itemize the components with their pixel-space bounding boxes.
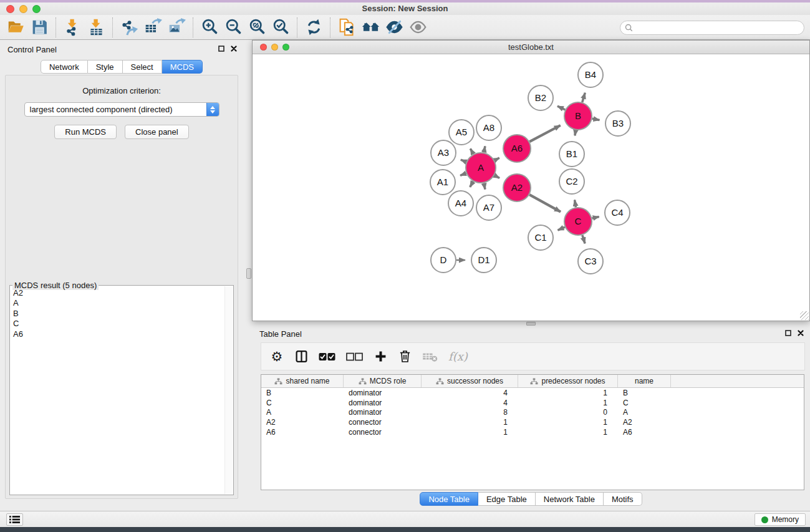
task-history-button[interactable] [6,513,23,526]
table-row-a[interactable]: Adominator80A [261,408,804,418]
table-row-a2[interactable]: A2connector11A2 [261,417,804,427]
hide-graphics-details-icon[interactable] [382,17,406,38]
graph-edge-A2-C[interactable] [529,195,561,212]
criterion-select[interactable]: largest connected component (directed) [24,102,219,117]
graph-node-A[interactable]: A [466,153,496,183]
clone-network-icon[interactable] [335,17,359,38]
search-field[interactable] [620,21,804,35]
column-header-successor-nodes[interactable]: successor nodes [422,375,518,387]
graph-node-D1[interactable]: D1 [471,248,496,273]
tab-edge-table[interactable]: Edge Table [478,492,536,506]
tab-network-table[interactable]: Network Table [536,492,604,506]
zoom-out-icon[interactable] [221,17,245,38]
result-item-a2[interactable]: A2 [13,288,224,298]
graph-edge-C-C1[interactable] [558,227,565,230]
table-row-b[interactable]: Bdominator41B [261,388,804,398]
export-network-icon[interactable] [117,17,141,38]
tab-select[interactable]: Select [123,60,162,74]
graph-edge-A-A5[interactable] [470,148,473,154]
graph-node-A5[interactable]: A5 [449,120,474,145]
graph-node-D[interactable]: D [431,248,456,273]
graph-node-A8[interactable]: A8 [476,115,501,140]
graph-edge-B-B1[interactable] [575,130,576,136]
graph-node-C4[interactable]: C4 [605,200,630,225]
search-input[interactable] [636,24,799,32]
show-columns-icon[interactable] [294,349,308,364]
tab-mcds[interactable]: MCDS [162,60,203,74]
graph-node-A3[interactable]: A3 [431,140,456,165]
birdseye-view-icon[interactable] [406,17,430,38]
graph-edge-B-B3[interactable] [592,118,600,120]
export-image-icon[interactable] [165,17,188,38]
graph-edge-B-B2[interactable] [557,106,565,110]
zoom-window-button[interactable] [32,5,41,13]
unselect-all-rows-icon[interactable] [346,349,363,364]
select-all-rows-icon[interactable] [319,349,335,364]
column-header-MCDS-role[interactable]: MCDS role [344,375,422,387]
graph-edge-A-A3[interactable] [461,160,466,162]
graph-edge-A6-B[interactable] [529,125,560,142]
export-table-icon[interactable] [141,17,165,38]
column-header-predecessor-nodes[interactable]: predecessor nodes [518,375,618,387]
import-network-from-file-icon[interactable] [60,17,84,38]
graph-node-A4[interactable]: A4 [448,191,473,216]
graph-node-A2[interactable]: A2 [503,174,531,201]
close-table-panel-icon[interactable] [798,330,804,336]
run-mcds-button[interactable]: Run MCDS [54,125,117,139]
result-item-a[interactable]: A [13,298,224,308]
float-table-panel-icon[interactable] [785,330,791,336]
result-item-a6[interactable]: A6 [13,329,224,339]
graph-edge-A-A7[interactable] [484,183,485,190]
graph-edge-A-A1[interactable] [460,173,466,176]
window-resize-grip[interactable] [800,311,809,320]
close-panel-icon[interactable] [231,46,237,52]
tab-node-table[interactable]: Node Table [420,492,478,506]
graph-node-C2[interactable]: C2 [559,169,584,194]
graph-node-C1[interactable]: C1 [528,225,553,250]
graph-edge-A-A2[interactable] [494,175,499,178]
graph-node-B2[interactable]: B2 [528,85,553,110]
column-header-shared-name[interactable]: shared name [261,375,344,387]
graph-node-A6[interactable]: A6 [503,135,531,162]
save-session-icon[interactable] [27,17,51,38]
network-zoom-button[interactable] [282,44,289,51]
graph-edge-C-C3[interactable] [582,235,585,243]
close-panel-button[interactable]: Close panel [125,125,189,139]
tab-style[interactable]: Style [88,60,123,74]
graph-edge-A-A8[interactable] [484,146,485,152]
result-item-b[interactable]: B [13,309,224,319]
graph-edge-B-B4[interactable] [582,93,586,102]
vertical-splitter-handle[interactable] [246,268,251,279]
zoom-in-icon[interactable] [198,17,221,38]
network-close-button[interactable] [260,44,267,51]
zoom-fit-icon[interactable] [245,17,269,38]
graph-node-B1[interactable]: B1 [559,142,584,167]
graph-edge-C-C4[interactable] [592,217,599,219]
tab-motifs[interactable]: Motifs [604,492,642,506]
graph-node-B4[interactable]: B4 [578,62,603,87]
zoom-selected-icon[interactable] [269,17,292,38]
graph-node-B3[interactable]: B3 [605,111,630,136]
graph-edge-C-C2[interactable] [575,200,576,208]
graph-node-A7[interactable]: A7 [476,195,501,220]
network-canvas[interactable]: B4B2BB3B1C2A5A8A6A3AA1A4A7A2CC4C1C3DD1 [253,55,809,321]
column-header-name[interactable]: name [618,375,671,387]
add-column-icon[interactable] [374,349,387,364]
float-panel-icon[interactable] [218,46,224,52]
import-table-from-file-icon[interactable] [84,17,108,38]
graph-node-A1[interactable]: A1 [430,170,455,195]
graph-edge-A-A4[interactable] [470,181,473,187]
graph-node-C[interactable]: C [564,208,592,235]
result-scrollbar[interactable] [224,286,233,494]
refresh-icon[interactable] [302,17,325,38]
table-settings-icon[interactable]: ⚙ [270,349,284,364]
result-item-c[interactable]: C [13,319,224,329]
home-icon[interactable] [359,17,382,38]
table-row-a6[interactable]: A6connector11A6 [261,427,804,437]
graph-node-C3[interactable]: C3 [578,249,603,274]
close-window-button[interactable] [6,5,14,13]
network-minimize-button[interactable] [271,44,278,51]
graph-edge-A-A6[interactable] [494,158,499,160]
open-session-icon[interactable] [4,17,27,38]
graph-node-B[interactable]: B [564,102,592,130]
